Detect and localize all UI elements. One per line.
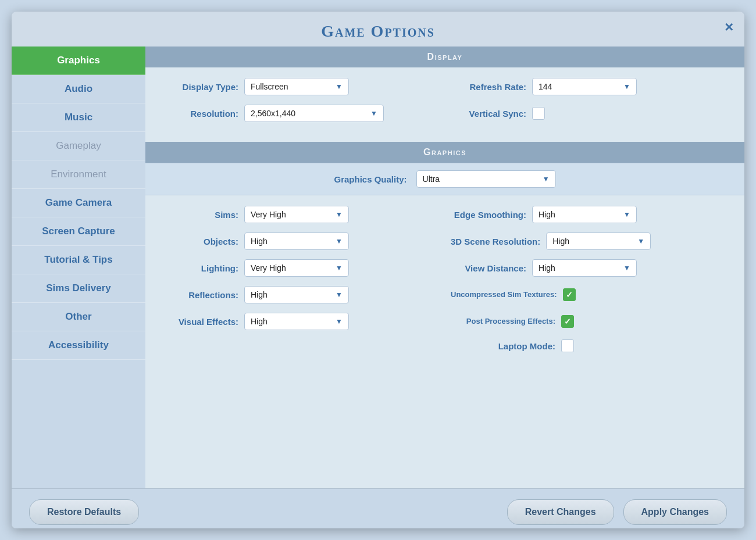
- lighting-view-row: Lighting: Very High ▼ View Distance: Hig…: [163, 259, 727, 277]
- refresh-rate-group: Refresh Rate: 144 ▼: [451, 78, 727, 95]
- uncompressed-label: Uncompressed Sim Textures:: [451, 290, 557, 300]
- uncompressed-checkbox[interactable]: [563, 288, 576, 301]
- graphics-quality-value: Ultra: [423, 174, 440, 184]
- view-distance-value: High: [539, 263, 555, 273]
- sidebar-item-accessibility[interactable]: Accessibility: [12, 331, 145, 360]
- title-bar: Game Options ✕: [12, 12, 744, 47]
- laptop-mode-row: Laptop Mode:: [163, 339, 727, 352]
- laptop-mode-checkbox[interactable]: [561, 339, 574, 352]
- settings-panel: Display Display Type: Fullscreen ▼ Refre…: [145, 47, 744, 488]
- view-distance-arrow-icon: ▼: [623, 264, 630, 272]
- sidebar-item-screen-capture[interactable]: Screen Capture: [12, 217, 145, 246]
- sidebar-item-tutorial-tips[interactable]: Tutorial & Tips: [12, 246, 145, 274]
- resolution-group: Resolution: 2,560x1,440 ▼: [163, 105, 439, 122]
- view-distance-dropdown[interactable]: High ▼: [532, 259, 637, 277]
- display-type-group: Display Type: Fullscreen ▼: [163, 78, 439, 95]
- lighting-arrow-icon: ▼: [336, 264, 343, 272]
- lighting-dropdown[interactable]: Very High ▼: [244, 259, 349, 277]
- display-type-value: Fullscreen: [251, 82, 288, 91]
- resolution-row: Resolution: 2,560x1,440 ▼ Vertical Sync:: [163, 105, 727, 122]
- scene-resolution-value: High: [552, 237, 569, 246]
- post-processing-group: Post Processing Effects:: [451, 315, 727, 328]
- visual-effects-dropdown[interactable]: High ▼: [244, 313, 349, 330]
- lighting-label: Lighting:: [163, 263, 238, 273]
- graphics-quality-dropdown[interactable]: Ultra ▼: [416, 170, 556, 188]
- objects-label: Objects:: [163, 237, 238, 246]
- vsync-label: Vertical Sync:: [451, 109, 526, 119]
- sidebar-item-music[interactable]: Music: [12, 103, 145, 132]
- reflections-label: Reflections:: [163, 290, 238, 300]
- edge-smoothing-dropdown[interactable]: High ▼: [532, 206, 637, 223]
- objects-scene-row: Objects: High ▼ 3D Scene Resolution: Hig…: [163, 233, 727, 250]
- revert-changes-button[interactable]: Revert Changes: [507, 499, 614, 525]
- sidebar-item-sims-delivery[interactable]: Sims Delivery: [12, 274, 145, 303]
- objects-value: High: [251, 237, 268, 246]
- vsync-group: Vertical Sync:: [451, 107, 727, 120]
- main-content: Graphics Audio Music Gameplay Environmen…: [12, 47, 744, 488]
- graphics-section-header: Graphics: [145, 142, 744, 163]
- apply-changes-button[interactable]: Apply Changes: [623, 499, 727, 525]
- reflections-arrow-icon: ▼: [336, 291, 343, 299]
- restore-defaults-button[interactable]: Restore Defaults: [29, 499, 139, 525]
- display-type-dropdown[interactable]: Fullscreen ▼: [244, 78, 349, 95]
- uncompressed-group: Uncompressed Sim Textures:: [451, 288, 727, 301]
- sidebar-item-game-camera[interactable]: Game Camera: [12, 189, 145, 217]
- scene-resolution-label: 3D Scene Resolution:: [451, 237, 540, 246]
- graphics-quality-label: Graphics Quality:: [334, 174, 406, 184]
- edge-smoothing-arrow-icon: ▼: [623, 210, 630, 219]
- reflections-group: Reflections: High ▼: [163, 286, 439, 303]
- sims-edge-row: Sims: Very High ▼ Edge Smoothing: High ▼: [163, 206, 727, 223]
- refresh-rate-label: Refresh Rate:: [451, 82, 526, 92]
- view-distance-label: View Distance:: [451, 263, 526, 273]
- resolution-value: 2,560x1,440: [251, 109, 295, 118]
- visual-effects-label: Visual Effects:: [163, 317, 238, 327]
- objects-arrow-icon: ▼: [336, 237, 343, 245]
- graphics-quality-arrow-icon: ▼: [543, 175, 550, 183]
- sims-label: Sims:: [163, 210, 238, 220]
- sims-dropdown[interactable]: Very High ▼: [244, 206, 349, 223]
- objects-group: Objects: High ▼: [163, 233, 439, 250]
- laptop-mode-group: Laptop Mode:: [451, 339, 727, 352]
- graphics-quality-row: Graphics Quality: Ultra ▼: [145, 163, 744, 195]
- display-section-header: Display: [145, 47, 744, 67]
- sidebar-item-environment[interactable]: Environment: [12, 160, 145, 189]
- sidebar-item-audio[interactable]: Audio: [12, 75, 145, 103]
- sims-group: Sims: Very High ▼: [163, 206, 439, 223]
- window-title: Game Options: [12, 22, 744, 41]
- resolution-dropdown[interactable]: 2,560x1,440 ▼: [244, 105, 384, 122]
- display-type-arrow-icon: ▼: [336, 83, 343, 91]
- refresh-rate-arrow-icon: ▼: [623, 83, 630, 91]
- visual-effects-group: Visual Effects: High ▼: [163, 313, 439, 330]
- sidebar: Graphics Audio Music Gameplay Environmen…: [12, 47, 145, 488]
- post-processing-checkbox[interactable]: [561, 315, 574, 328]
- scene-resolution-dropdown[interactable]: High ▼: [546, 233, 651, 250]
- display-section-body: Display Type: Fullscreen ▼ Refresh Rate:…: [145, 67, 744, 142]
- sidebar-item-other[interactable]: Other: [12, 303, 145, 331]
- visual-post-row: Visual Effects: High ▼ Post Processing E…: [163, 313, 727, 330]
- post-processing-label: Post Processing Effects:: [451, 317, 555, 327]
- scene-resolution-group: 3D Scene Resolution: High ▼: [451, 233, 727, 250]
- close-button[interactable]: ✕: [721, 20, 736, 35]
- display-type-row: Display Type: Fullscreen ▼ Refresh Rate:…: [163, 78, 727, 95]
- bottom-right-buttons: Revert Changes Apply Changes: [507, 499, 727, 525]
- reflections-dropdown[interactable]: High ▼: [244, 286, 349, 303]
- objects-dropdown[interactable]: High ▼: [244, 233, 349, 250]
- reflections-value: High: [251, 290, 268, 299]
- view-distance-group: View Distance: High ▼: [451, 259, 727, 277]
- refresh-rate-dropdown[interactable]: 144 ▼: [532, 78, 637, 95]
- bottom-bar: Restore Defaults Revert Changes Apply Ch…: [12, 488, 744, 528]
- laptop-mode-label: Laptop Mode:: [451, 341, 555, 351]
- resolution-label: Resolution:: [163, 109, 238, 119]
- sims-value: Very High: [251, 210, 286, 219]
- edge-smoothing-label: Edge Smoothing:: [451, 210, 526, 220]
- resolution-arrow-icon: ▼: [370, 109, 377, 117]
- game-options-window: Game Options ✕ Graphics Audio Music Game…: [12, 12, 744, 528]
- display-type-label: Display Type:: [163, 82, 238, 92]
- sidebar-item-graphics[interactable]: Graphics: [12, 47, 145, 75]
- vsync-checkbox[interactable]: [532, 107, 545, 120]
- edge-smoothing-value: High: [539, 210, 555, 219]
- refresh-rate-value: 144: [539, 82, 552, 91]
- visual-effects-arrow-icon: ▼: [336, 317, 343, 326]
- sidebar-item-gameplay[interactable]: Gameplay: [12, 132, 145, 160]
- sims-arrow-icon: ▼: [336, 210, 343, 219]
